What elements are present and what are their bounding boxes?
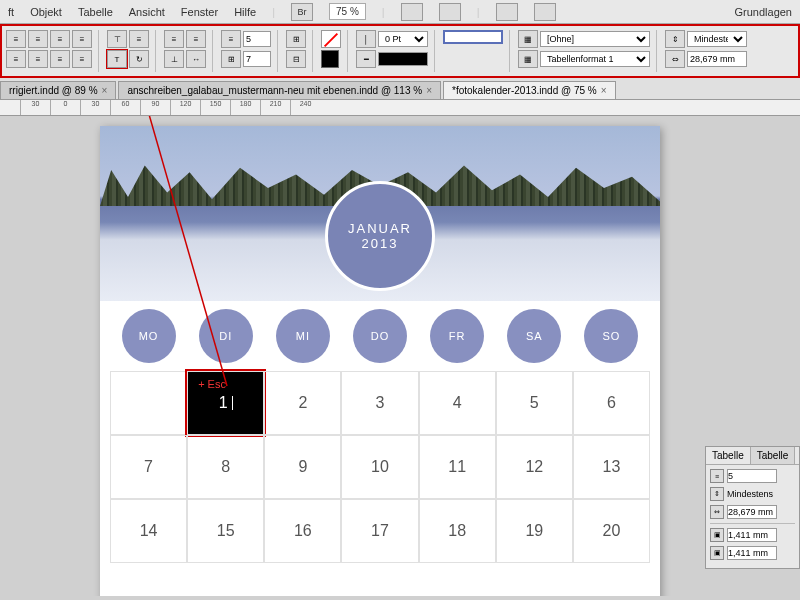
cols-icon: ⊞	[221, 50, 241, 68]
height-mode-select[interactable]: Mindestens	[687, 31, 747, 47]
height-value-input[interactable]	[687, 51, 747, 67]
calendar-cell[interactable]: 6	[573, 371, 650, 435]
rotate-icon[interactable]: ↻	[129, 50, 149, 68]
document-tab[interactable]: *fotokalender-2013.indd @ 75 %×	[443, 81, 616, 99]
control-panel: ≡ ≡ ≡ ≡ ≡ ≡ ≡ ≡ ⊤ ≡ T ↻ ≡ ≡ ⊥ ↔	[0, 24, 800, 78]
calendar-cell[interactable]: 17	[341, 499, 418, 563]
calendar-cell[interactable]: 1+ Esc	[187, 371, 264, 435]
close-icon[interactable]: ×	[426, 85, 432, 96]
calendar-cell[interactable]: 4	[419, 371, 496, 435]
merge-cells-icon[interactable]: ⊞	[286, 30, 306, 48]
text-tool-icon[interactable]: T	[107, 50, 127, 68]
cell-style-icon: ▦	[518, 30, 538, 48]
screen-mode-icon[interactable]	[534, 3, 556, 21]
menu-item[interactable]: Tabelle	[78, 6, 113, 18]
table-format-select[interactable]: Tabellenformat 1	[540, 51, 650, 67]
panel-h-input[interactable]	[727, 505, 777, 519]
zoom-dropdown[interactable]: 75 %	[329, 3, 366, 20]
calendar-cell[interactable]: 19	[496, 499, 573, 563]
calendar-cell[interactable]: 18	[419, 499, 496, 563]
no-fill-icon[interactable]	[321, 30, 341, 48]
weekday-header: MODIMIDOFRSASO	[100, 301, 660, 371]
arrange-icon[interactable]	[496, 3, 518, 21]
inset-icon: ▣	[710, 528, 724, 542]
align-icon[interactable]: ≡	[72, 50, 92, 68]
calendar-page[interactable]: JANUAR 2013 MODIMIDOFRSASO 1+ Esc2345678…	[100, 126, 660, 596]
calendar-cell[interactable]: 13	[573, 435, 650, 499]
align-icon[interactable]: ≡	[6, 50, 26, 68]
panel-tab[interactable]: Tabelle	[706, 447, 751, 464]
align-icon[interactable]: ≡	[28, 50, 48, 68]
menu-item[interactable]: Ansicht	[129, 6, 165, 18]
stroke-weight-icon: │	[356, 30, 376, 48]
stroke-style-select[interactable]	[378, 52, 428, 66]
cols-input[interactable]	[243, 51, 271, 67]
valign-icon[interactable]: ≡	[186, 30, 206, 48]
calendar-cell[interactable]: 3	[341, 371, 418, 435]
panel-w1-input[interactable]	[727, 528, 777, 542]
calendar-cell[interactable]: 20	[573, 499, 650, 563]
calendar-cell[interactable]: 2	[264, 371, 341, 435]
align-icon[interactable]: ≡	[50, 50, 70, 68]
stroke-weight-select[interactable]: 0 Pt	[378, 31, 428, 47]
height-icon: ⇕	[710, 487, 724, 501]
rows-icon: ≡	[221, 30, 241, 48]
calendar-cell[interactable]: 15	[187, 499, 264, 563]
close-icon[interactable]: ×	[601, 85, 607, 96]
menu-item[interactable]: Objekt	[30, 6, 62, 18]
calendar-cell[interactable]: 5	[496, 371, 573, 435]
menu-item[interactable]: Hilfe	[234, 6, 256, 18]
calendar-cell[interactable]: 7	[110, 435, 187, 499]
stroke-proxy-icon[interactable]	[443, 30, 503, 44]
hero-image: JANUAR 2013	[100, 126, 660, 301]
panel-tab[interactable]: Tabelle	[751, 447, 796, 464]
text-dir-icon[interactable]: ⊥	[164, 50, 184, 68]
calendar-cell[interactable]: 14	[110, 499, 187, 563]
split-cells-icon[interactable]: ⊟	[286, 50, 306, 68]
calendar-cell[interactable]: 9	[264, 435, 341, 499]
menu-item[interactable]: Fenster	[181, 6, 218, 18]
cell-style-select[interactable]: [Ohne]	[540, 31, 650, 47]
document-tab[interactable]: rrigiert.indd @ 89 %×	[0, 81, 116, 99]
calendar-cell[interactable]: 8	[187, 435, 264, 499]
weekday-circle: DI	[199, 309, 253, 363]
text-dir-icon[interactable]: ↔	[186, 50, 206, 68]
calendar-cell[interactable]: 11	[419, 435, 496, 499]
calendar-cell[interactable]: 16	[264, 499, 341, 563]
align-left-icon[interactable]: ≡	[6, 30, 26, 48]
workspace-dropdown[interactable]: Grundlagen	[735, 6, 793, 18]
fill-color-icon[interactable]	[321, 50, 339, 68]
mode-label: Mindestens	[727, 489, 795, 499]
valign-mid-icon[interactable]: ≡	[129, 30, 149, 48]
calendar-cell[interactable]	[110, 371, 187, 435]
weekday-circle: MO	[122, 309, 176, 363]
menu-bar: ft Objekt Tabelle Ansicht Fenster Hilfe …	[0, 0, 800, 24]
valign-top-icon[interactable]: ⊤	[107, 30, 127, 48]
document-tab[interactable]: anschreiben_galabau_mustermann-neu mit e…	[118, 81, 441, 99]
align-justify-icon[interactable]: ≡	[72, 30, 92, 48]
calendar-cell[interactable]: 12	[496, 435, 573, 499]
year-label: 2013	[362, 236, 399, 251]
valign-icon[interactable]: ≡	[164, 30, 184, 48]
view-mode-icon[interactable]	[439, 3, 461, 21]
workspace[interactable]: JANUAR 2013 MODIMIDOFRSASO 1+ Esc2345678…	[0, 116, 800, 596]
rows-icon: ≡	[710, 469, 724, 483]
rows-input[interactable]	[243, 31, 271, 47]
weekday-circle: FR	[430, 309, 484, 363]
month-badge: JANUAR 2013	[325, 181, 435, 291]
align-right-icon[interactable]: ≡	[50, 30, 70, 48]
menu-item[interactable]: ft	[8, 6, 14, 18]
panel-rows-input[interactable]	[727, 469, 777, 483]
weekday-circle: MI	[276, 309, 330, 363]
close-icon[interactable]: ×	[102, 85, 108, 96]
table-format-icon: ▦	[518, 50, 538, 68]
weekday-circle: SO	[584, 309, 638, 363]
calendar-grid[interactable]: 1+ Esc234567891011121314151617181920	[100, 371, 660, 563]
panel-w2-input[interactable]	[727, 546, 777, 560]
calendar-cell[interactable]: 10	[341, 435, 418, 499]
bridge-button[interactable]: Br	[291, 3, 313, 21]
align-center-icon[interactable]: ≡	[28, 30, 48, 48]
month-label: JANUAR	[348, 221, 412, 236]
table-panel: Tabelle Tabelle ≡ ⇕Mindestens ⇔ ▣ ▣	[705, 446, 800, 569]
view-mode-icon[interactable]	[401, 3, 423, 21]
